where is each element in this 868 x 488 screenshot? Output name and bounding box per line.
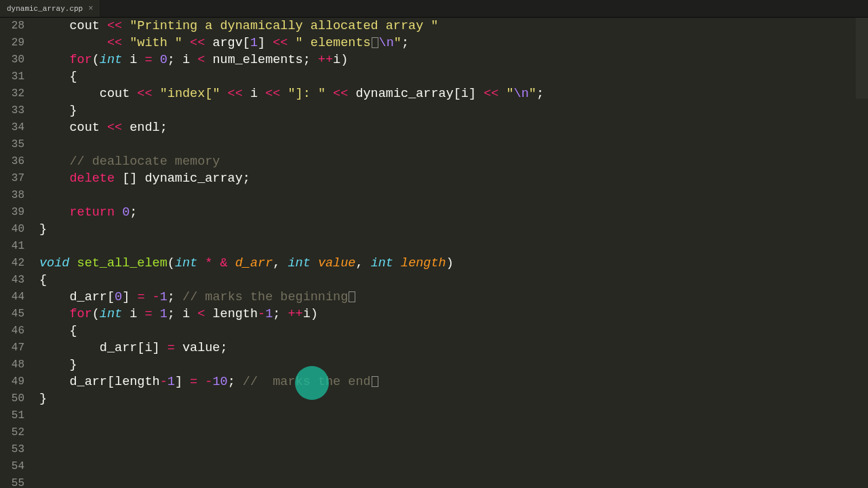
- close-icon[interactable]: ×: [88, 4, 93, 14]
- editor: 2829303132333435363738394041424344454647…: [0, 18, 868, 488]
- minimap[interactable]: [856, 18, 868, 488]
- code-area[interactable]: cout << "Printing a dynamically allocate…: [34, 18, 856, 488]
- minimap-viewport[interactable]: [856, 18, 868, 99]
- tab-bar: dynamic_array.cpp ×: [0, 0, 868, 18]
- tab-active[interactable]: dynamic_array.cpp ×: [0, 0, 100, 17]
- gutter: 2829303132333435363738394041424344454647…: [0, 18, 34, 488]
- tab-filename: dynamic_array.cpp: [7, 5, 83, 13]
